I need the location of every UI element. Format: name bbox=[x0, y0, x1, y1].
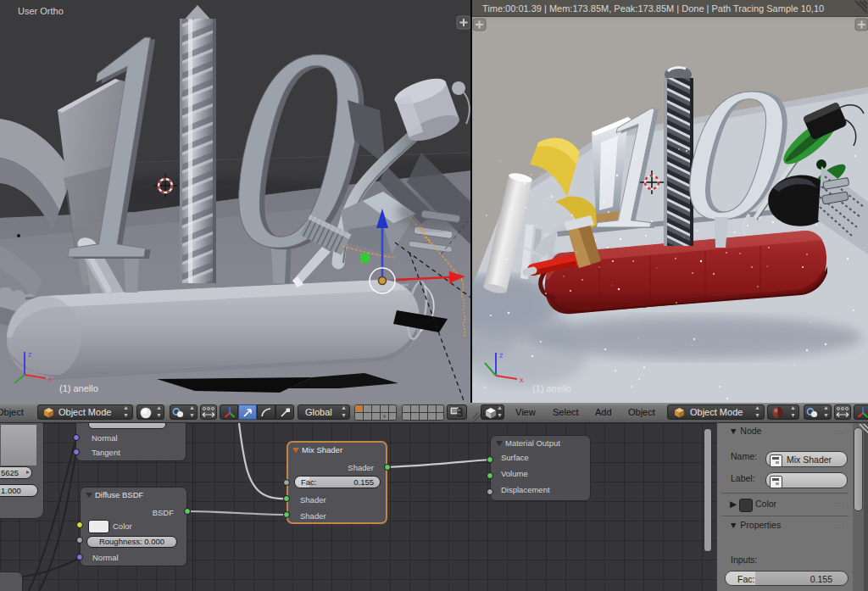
svg-text:1: 1 bbox=[588, 68, 676, 267]
svg-text:z: z bbox=[28, 350, 32, 359]
svg-text:1: 1 bbox=[57, 0, 182, 329]
svg-text:Time:00:01.39 | Mem:173.85M, P: Time:00:01.39 | Mem:173.85M, Peak:173.85… bbox=[482, 3, 824, 14]
svg-text:0: 0 bbox=[222, 0, 370, 307]
svg-text:x: x bbox=[520, 376, 524, 384]
svg-text:(1) anello: (1) anello bbox=[59, 383, 98, 393]
svg-text:0: 0 bbox=[676, 48, 791, 259]
svg-text:User Ortho: User Ortho bbox=[18, 6, 64, 16]
svg-text:(1) anello: (1) anello bbox=[532, 383, 571, 393]
svg-text:z: z bbox=[499, 351, 504, 360]
svg-text:x: x bbox=[48, 375, 53, 383]
